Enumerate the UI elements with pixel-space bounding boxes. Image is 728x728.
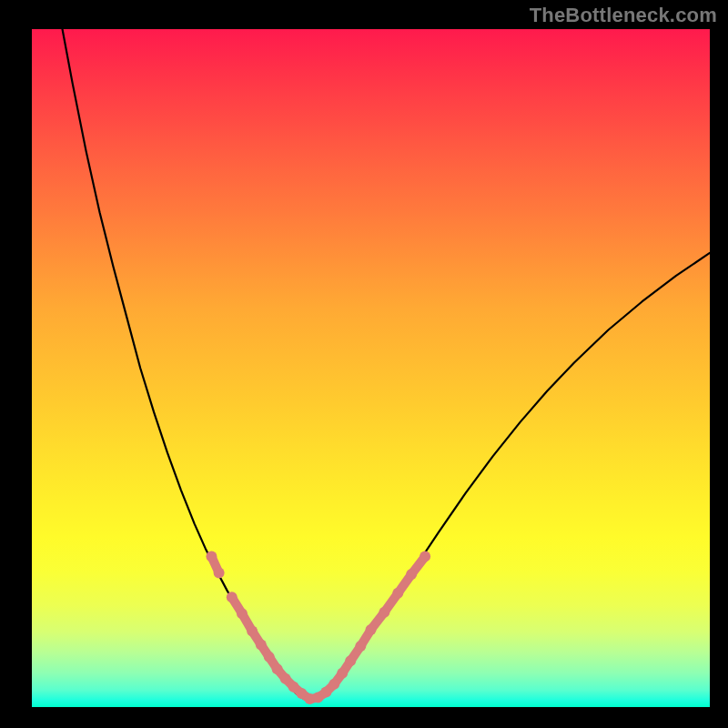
marker-dot bbox=[237, 608, 248, 619]
marker-dot bbox=[366, 624, 377, 635]
marker-dot bbox=[320, 687, 331, 698]
plot-area bbox=[32, 29, 710, 707]
marker-dot bbox=[206, 551, 217, 562]
marker-dot bbox=[345, 655, 356, 666]
marker-dot bbox=[247, 626, 258, 637]
marker-dot bbox=[337, 668, 348, 679]
marker-dot bbox=[272, 663, 283, 674]
chart-frame: TheBottleneck.com bbox=[0, 0, 728, 728]
curve-right-branch bbox=[330, 253, 710, 687]
marker-dot bbox=[227, 592, 238, 602]
marker-dot bbox=[256, 639, 267, 650]
marker-dot bbox=[406, 569, 417, 580]
marker-dot bbox=[264, 652, 275, 662]
curve-layer bbox=[32, 29, 710, 707]
marker-dot bbox=[214, 567, 225, 578]
marker-dot bbox=[392, 588, 403, 599]
curve-left-branch bbox=[63, 29, 290, 687]
marker-dot bbox=[329, 679, 339, 690]
marker-dot bbox=[420, 551, 430, 562]
watermark-text: TheBottleneck.com bbox=[530, 4, 717, 27]
marker-dot bbox=[280, 673, 291, 684]
marker-dot bbox=[379, 607, 389, 618]
marker-dot bbox=[355, 641, 366, 652]
